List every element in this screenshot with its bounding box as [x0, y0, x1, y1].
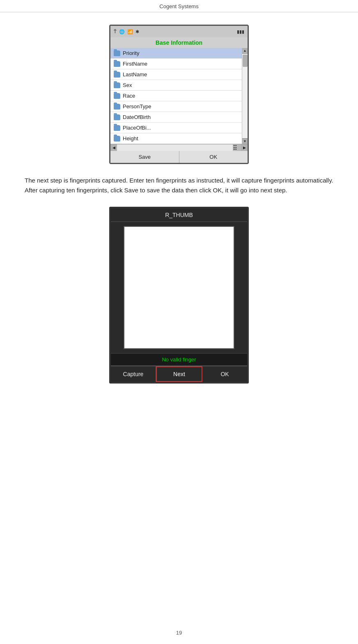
- scroll-left-button[interactable]: ◀: [110, 144, 117, 151]
- list-item-label: PlaceOfBi...: [123, 125, 151, 131]
- list-item[interactable]: DateOfBirth: [110, 112, 242, 123]
- scroll-down-button[interactable]: ▼: [242, 138, 248, 144]
- folder-icon: [114, 104, 120, 110]
- list-item[interactable]: Height: [110, 133, 242, 144]
- folder-icon: [114, 61, 120, 67]
- next-button[interactable]: Next: [156, 366, 202, 382]
- page-header: Cogent Systems: [0, 0, 358, 12]
- list-item[interactable]: Sex: [110, 80, 242, 91]
- device-title-bar: Base Information: [110, 37, 248, 48]
- device-screenshot-2: R_THUMB No valid finger Capture Next OK: [109, 207, 249, 384]
- capture-button[interactable]: Capture: [111, 366, 156, 382]
- list-item-label: DateOfBirth: [123, 114, 151, 120]
- page-footer: 19: [0, 630, 358, 636]
- ok-button[interactable]: OK: [179, 151, 248, 163]
- list-item[interactable]: LastName: [110, 69, 242, 80]
- top-icon-signal: 📶: [127, 29, 133, 34]
- device-list-container: Priority FirstName LastName Sex Race: [110, 48, 248, 144]
- device-scrollbar[interactable]: ▲ ▼: [242, 48, 248, 144]
- list-item-label: FirstName: [123, 61, 147, 67]
- main-content: T̄ 🌐 📶 ✱ ▮▮▮ Base Information Priority: [0, 12, 358, 412]
- fp-title: R_THUMB: [165, 212, 193, 218]
- header-title: Cogent Systems: [159, 3, 198, 9]
- list-item-label: Sex: [123, 82, 132, 88]
- fp-status-text: No valid finger: [162, 356, 196, 363]
- scroll-right-button[interactable]: ▶: [241, 144, 248, 151]
- top-icons-left: T̄ 🌐 📶 ✱: [114, 29, 139, 34]
- device-bottom-scrollbar: ◀ ⠿ ▶: [110, 144, 248, 151]
- list-item[interactable]: PersonType: [110, 101, 242, 112]
- list-item[interactable]: Race: [110, 91, 242, 101]
- list-item-label: Priority: [123, 50, 139, 56]
- device-action-bar: Save OK: [110, 151, 248, 163]
- description-paragraph: The next step is fingerprints captured. …: [25, 176, 333, 195]
- folder-icon: [114, 50, 120, 56]
- device-top-bar: T̄ 🌐 📶 ✱ ▮▮▮: [110, 26, 248, 37]
- folder-icon: [114, 114, 120, 120]
- scroll-grip: ⠿: [233, 144, 241, 151]
- folder-icon: [114, 72, 120, 78]
- list-item[interactable]: PlaceOfBi...: [110, 123, 242, 133]
- fp-image-area: [111, 222, 247, 353]
- scroll-thumb[interactable]: [243, 55, 248, 67]
- list-item[interactable]: FirstName: [110, 59, 242, 69]
- folder-icon: [114, 93, 120, 99]
- list-item-label: Race: [123, 93, 135, 99]
- list-item-label: PersonType: [123, 103, 151, 110]
- device-title: Base Information: [156, 39, 202, 46]
- save-button[interactable]: Save: [110, 151, 179, 163]
- folder-icon: [114, 82, 120, 88]
- fp-title-bar: R_THUMB: [111, 208, 247, 222]
- scroll-up-button[interactable]: ▲: [242, 48, 248, 54]
- top-icons-right: ▮▮▮: [237, 29, 244, 34]
- device-screenshot-1: T̄ 🌐 📶 ✱ ▮▮▮ Base Information Priority: [109, 25, 249, 164]
- fp-status-bar: No valid finger: [111, 353, 247, 365]
- page-number: 19: [176, 630, 182, 636]
- device-list: Priority FirstName LastName Sex Race: [110, 48, 242, 144]
- list-item-label: LastName: [123, 71, 147, 78]
- list-item-label: Height: [123, 135, 138, 142]
- scroll-track: [242, 54, 248, 138]
- fp-action-bar: Capture Next OK: [111, 365, 247, 382]
- top-icon-bt: ✱: [135, 29, 139, 34]
- top-icon-globe: 🌐: [119, 29, 125, 34]
- folder-icon: [114, 125, 120, 131]
- list-item[interactable]: Priority: [110, 48, 242, 59]
- battery-icon: ▮▮▮: [237, 29, 244, 34]
- fp-image-box: [124, 226, 234, 349]
- top-icon-t: T̄: [114, 29, 117, 34]
- h-scroll-track: [117, 144, 233, 151]
- fp-ok-button[interactable]: OK: [202, 366, 247, 382]
- folder-icon: [114, 136, 120, 142]
